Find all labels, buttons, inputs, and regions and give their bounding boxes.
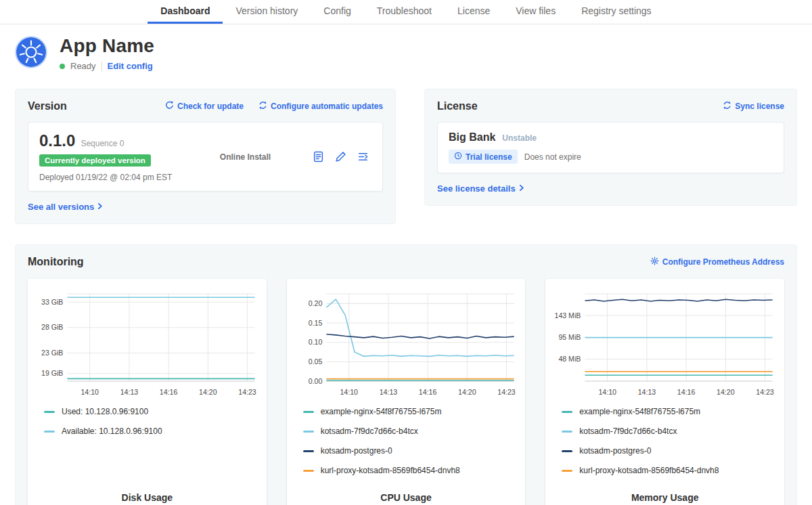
svg-text:14:13: 14:13 [638,388,656,396]
install-type-label: Online Install [178,152,313,162]
tab-license[interactable]: License [445,0,503,24]
see-license-details-link[interactable]: See license details [437,183,524,194]
legend-item: kotsadm-7f9dc7d66c-b4tcx [562,426,777,436]
legend-label: kotsadm-7f9dc7d66c-b4tcx [321,426,418,436]
tab-view-files[interactable]: View files [503,0,568,24]
svg-text:14:16: 14:16 [677,388,696,396]
see-license-details-label: See license details [437,183,516,194]
sync-license-label: Sync license [735,102,784,111]
release-notes-icon[interactable] [313,151,324,162]
deployed-badge: Currently deployed version [39,154,151,167]
kubernetes-logo-icon [15,36,47,71]
app-status-text: Ready [70,61,96,71]
memory-usage-card: 48 MiB95 MiB143 MiB14:1014:1314:1614:201… [545,279,784,505]
see-all-versions-link[interactable]: See all versions [28,202,103,212]
svg-text:0.15: 0.15 [308,319,322,327]
legend-item: kotsadm-postgres-0 [562,446,777,456]
svg-text:0.10: 0.10 [308,338,322,346]
app-title: App Name [60,35,154,57]
legend-item: Available: 10.128.0.96:9100 [44,426,260,436]
tab-version-history[interactable]: Version history [223,0,311,24]
edit-config-link[interactable]: Edit config [108,61,153,71]
version-number: 0.1.0 [39,131,75,150]
legend-color-dash [562,411,572,413]
trial-license-badge: Trial license [449,150,518,164]
legend-color-dash [44,411,55,413]
channel-name: Unstable [502,133,537,143]
legend-label: kotsadm-postgres-0 [321,446,392,456]
memory-usage-chart: 48 MiB95 MiB143 MiB14:1014:1314:1614:201… [552,288,777,399]
monitoring-title: Monitoring [28,256,84,268]
svg-text:23 GiB: 23 GiB [41,349,63,357]
svg-text:0.05: 0.05 [308,357,322,366]
divider [102,62,102,71]
legend-label: kotsadm-7f9dc7d66c-b4tcx [579,426,677,436]
tab-config[interactable]: Config [311,0,363,24]
svg-text:14:10: 14:10 [599,388,617,396]
legend-item: kurl-proxy-kotsadm-8569fb6454-dnvh8 [562,466,777,475]
app-header: App Name Ready Edit config [15,35,797,71]
cpu-usage-card: 0.000.050.100.150.2014:1014:1314:1614:20… [287,279,526,505]
legend-item: example-nginx-54f8f76755-l675m [303,407,519,416]
legend-label: kurl-proxy-kotsadm-8569fb6454-dnvh8 [321,466,460,475]
svg-text:14:23: 14:23 [757,388,775,396]
check-for-update-button[interactable]: Check for update [165,101,244,112]
svg-text:14:16: 14:16 [160,388,178,396]
legend-color-dash [303,470,314,472]
legend-color-dash [44,431,55,433]
svg-text:19 GiB: 19 GiB [41,369,63,377]
check-for-update-label: Check for update [177,102,244,111]
legend-item: kotsadm-postgres-0 [303,446,519,456]
svg-text:14:13: 14:13 [379,388,397,396]
svg-text:14:13: 14:13 [120,388,139,396]
configure-automatic-updates-button[interactable]: Configure automatic updates [258,101,383,112]
current-version-panel: 0.1.0 Sequence 0 Currently deployed vers… [28,122,383,192]
svg-text:143 MiB: 143 MiB [555,311,581,320]
deploy-logs-icon[interactable] [357,151,369,162]
legend-label: kurl-proxy-kotsadm-8569fb6454-dnvh8 [579,466,719,475]
legend-color-dash [562,431,572,433]
chevron-right-icon [519,183,524,194]
legend-item: Used: 10.128.0.96:9100 [44,407,260,416]
memory-usage-title: Memory Usage [552,488,777,503]
auto-update-icon [258,101,267,112]
configure-prometheus-button[interactable]: Configure Prometheus Address [650,257,784,267]
tab-registry-settings[interactable]: Registry settings [568,0,664,24]
legend-color-dash [562,450,572,452]
sequence-label: Sequence 0 [81,139,124,148]
legend-item: kotsadm-7f9dc7d66c-b4tcx [303,426,519,436]
cpu-usage-chart: 0.000.050.100.150.2014:1014:1314:1614:20… [294,288,519,399]
svg-text:28 GiB: 28 GiB [41,323,63,331]
cards-row: Version Check for update Configure autom… [15,89,797,224]
top-nav: Dashboard Version history Config Trouble… [0,0,812,24]
svg-text:33 GiB: 33 GiB [41,298,63,306]
legend-item: example-nginx-54f8f76755-l675m [562,407,777,416]
license-panel: Big Bank Unstable Trial license Does not… [437,122,784,173]
version-card: Version Check for update Configure autom… [15,89,396,224]
disk-usage-legend: Used: 10.128.0.96:9100Available: 10.128.… [44,407,260,446]
sync-license-button[interactable]: Sync license [723,101,784,112]
legend-color-dash [303,431,314,433]
svg-text:14:10: 14:10 [340,388,358,396]
edit-version-config-icon[interactable] [335,151,346,162]
gear-icon [650,257,659,267]
svg-text:48 MiB: 48 MiB [559,355,581,363]
disk-usage-card: 19 GiB23 GiB28 GiB33 GiB14:1014:1314:161… [28,279,267,505]
legend-label: example-nginx-54f8f76755-l675m [579,407,700,416]
refresh-icon [165,101,174,112]
svg-text:14:20: 14:20 [717,388,735,396]
license-card-title: License [437,100,478,112]
see-all-versions-label: See all versions [28,202,94,212]
customer-name: Big Bank [449,131,495,144]
svg-text:14:23: 14:23 [238,388,256,396]
configure-prometheus-label: Configure Prometheus Address [662,257,784,267]
deployed-timestamp: Deployed 01/19/22 @ 02:04 pm EST [39,173,178,182]
tab-troubleshoot[interactable]: Troubleshoot [364,0,445,24]
license-expiry: Does not expire [524,152,581,162]
legend-item: kurl-proxy-kotsadm-8569fb6454-dnvh8 [303,466,519,475]
svg-text:0.00: 0.00 [308,377,322,385]
tab-dashboard[interactable]: Dashboard [148,0,223,24]
legend-label: kotsadm-postgres-0 [579,446,651,456]
legend-color-dash [562,470,572,472]
svg-text:14:20: 14:20 [199,388,217,396]
